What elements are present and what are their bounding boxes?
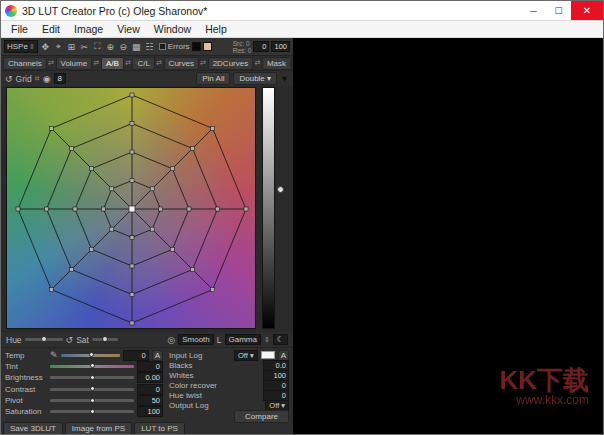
double-mode-select[interactable]: Double ▾: [233, 72, 277, 85]
save-3dlut-button[interactable]: Save 3DLUT: [3, 422, 63, 435]
contrast-value[interactable]: 0: [137, 384, 163, 395]
toolbar-value-a[interactable]: 0: [253, 41, 269, 52]
white-point-swatch[interactable]: [261, 351, 275, 359]
close-button[interactable]: ✕: [571, 1, 603, 20]
brightness-label: Brightness: [5, 373, 47, 382]
contrast-slider[interactable]: [50, 388, 134, 391]
brightness-value[interactable]: 0.00: [137, 372, 163, 383]
menu-help[interactable]: Help: [198, 23, 234, 35]
output-log-select[interactable]: Off ▾: [265, 400, 289, 411]
toolbar-value-b[interactable]: 100: [271, 41, 290, 52]
temp-value[interactable]: 0: [123, 350, 149, 361]
foreground-color-swatch[interactable]: [192, 42, 201, 51]
grid-web[interactable]: [7, 88, 257, 330]
sample-color-swatch[interactable]: [203, 42, 212, 51]
tint-slider[interactable]: [50, 365, 134, 368]
slider-row-brightness: Brightness 0.00: [5, 373, 163, 383]
maximize-button[interactable]: ☐: [546, 1, 571, 20]
input-log-select[interactable]: Off ▾: [234, 350, 258, 361]
ab-color-grid[interactable]: [6, 87, 256, 329]
pivot-slider-handle[interactable]: [90, 398, 95, 403]
target-tool-icon[interactable]: ⌖: [53, 41, 64, 52]
tab-2dcurves[interactable]: 2DCurves: [208, 57, 254, 70]
collapse-panel-icon[interactable]: ▼: [280, 74, 289, 84]
hue-twist-label: Hue twist: [169, 391, 202, 400]
dropdown-arrow-icon: ▾: [250, 351, 254, 360]
hue-reset-icon[interactable]: ↺: [66, 335, 74, 345]
src-res-readout: Src: 0 Res: 0: [233, 40, 252, 54]
gamma-spinner-icon[interactable]: ⇕: [264, 336, 270, 344]
sat-slider[interactable]: [92, 338, 118, 341]
eyedropper-icon[interactable]: ✎: [50, 350, 58, 360]
temp-label: Temp: [5, 351, 47, 360]
menu-view[interactable]: View: [110, 23, 147, 35]
temp-slider[interactable]: [61, 354, 120, 357]
menu-file[interactable]: File: [4, 23, 35, 35]
select-tool-icon[interactable]: ⛶: [92, 41, 103, 52]
reset-grid-icon[interactable]: ↺: [5, 74, 13, 84]
saturation-value[interactable]: 100: [137, 406, 163, 417]
mode-spinner-icon[interactable]: ⇕: [29, 43, 35, 51]
tint-value[interactable]: 0: [137, 361, 163, 372]
tab-curves[interactable]: Curves: [164, 57, 199, 70]
contrast-label: Contrast: [5, 385, 47, 394]
zoom-in-icon[interactable]: ⊕: [105, 42, 116, 52]
pivot-slider[interactable]: [50, 399, 134, 402]
swap-arrows-icon: ⇄: [125, 59, 132, 67]
luminance-handle[interactable]: [277, 186, 284, 193]
image-preview-area[interactable]: KK下载 www.kkx.com: [293, 38, 603, 434]
compare-button[interactable]: Compare: [234, 410, 289, 423]
l-channel-label: L: [217, 335, 222, 345]
auto-temp-button[interactable]: A: [152, 350, 163, 361]
lut-to-ps-button[interactable]: LUT to PS: [134, 422, 185, 435]
hue-twist-row: Hue twist 0: [169, 390, 289, 400]
saturation-slider-handle[interactable]: [90, 409, 95, 414]
pin-all-button[interactable]: Pin All: [196, 72, 230, 85]
luminance-gradient-bar[interactable]: [262, 87, 275, 329]
grid-tool-icon[interactable]: ⊞: [66, 42, 77, 52]
brightness-slider-handle[interactable]: [90, 375, 95, 380]
saturation-label: Saturation: [5, 407, 47, 416]
brightness-slider[interactable]: [50, 376, 134, 379]
rows-view-icon[interactable]: ☷: [144, 42, 155, 52]
menu-image[interactable]: Image: [67, 23, 110, 35]
output-log-label: Output Log: [169, 401, 209, 410]
temp-slider-handle[interactable]: [89, 352, 94, 357]
hue-slider-handle[interactable]: [41, 336, 47, 342]
image-from-ps-button[interactable]: Image from PS: [65, 422, 132, 435]
gamma-select[interactable]: Gamma: [225, 334, 261, 345]
hue-slider[interactable]: [25, 338, 63, 341]
contrast-slider-handle[interactable]: [90, 386, 95, 391]
pivot-value[interactable]: 50: [137, 395, 163, 406]
minimize-button[interactable]: ─: [521, 1, 546, 20]
smooth-select[interactable]: Smooth: [178, 334, 214, 345]
color-mode-select[interactable]: HSPe ⇕: [4, 40, 38, 53]
sphere-mode-icon[interactable]: ◉: [43, 74, 51, 84]
tint-label: Tint: [5, 362, 47, 371]
sat-slider-handle[interactable]: [102, 336, 108, 342]
tab-mask[interactable]: Mask: [262, 57, 291, 70]
errors-toggle[interactable]: Errors: [159, 42, 190, 51]
tint-slider-handle[interactable]: [90, 363, 95, 368]
tab-ab[interactable]: A/B: [101, 57, 124, 70]
errors-label: Errors: [168, 42, 190, 51]
move-tool-icon[interactable]: ✥: [40, 42, 51, 52]
grid-density-icon[interactable]: ⌗: [35, 73, 40, 84]
log-adjustments: Input Log Off ▾ A Blacks 0.0 Whites: [169, 350, 289, 417]
saturation-slider[interactable]: [50, 410, 134, 413]
adjustments-panel: Temp ✎ 0 A Tint 0 Brightness 0.00: [1, 347, 293, 419]
menu-edit[interactable]: Edit: [35, 23, 67, 35]
tab-volume[interactable]: Volume: [56, 57, 93, 70]
smooth-icon[interactable]: ◎: [167, 335, 175, 345]
menu-window[interactable]: Window: [147, 23, 198, 35]
grid-size-value[interactable]: 8: [54, 73, 66, 84]
watermark-url-text: www.kkx.com: [499, 393, 589, 408]
tab-channels[interactable]: Channels: [3, 57, 47, 70]
cut-tool-icon[interactable]: ✂: [79, 42, 90, 52]
table-view-icon[interactable]: ▦: [131, 42, 142, 52]
zoom-out-icon[interactable]: ⊖: [118, 42, 129, 52]
watermark-logo-text: KK下载: [499, 367, 589, 393]
dark-mode-toggle[interactable]: ☾: [273, 334, 288, 345]
errors-checkbox[interactable]: [159, 43, 166, 50]
tab-cl[interactable]: C/L: [132, 57, 154, 70]
